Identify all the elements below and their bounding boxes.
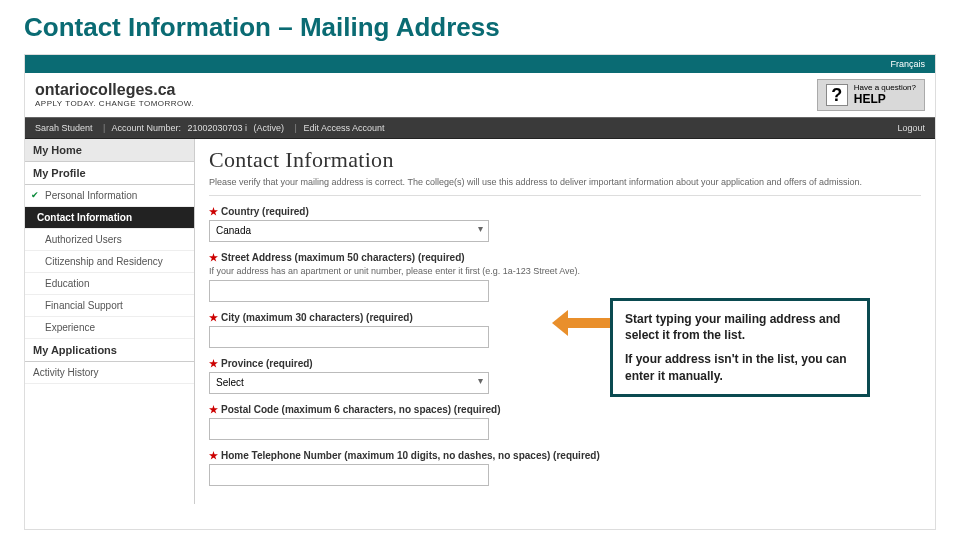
account-num: 21002030703 i bbox=[187, 123, 247, 133]
country-select[interactable] bbox=[209, 220, 489, 242]
sidebar-applications[interactable]: My Applications bbox=[25, 339, 194, 362]
brand-bar: ontariocolleges.ca APPLY TODAY. CHANGE T… bbox=[25, 73, 935, 117]
street-input[interactable] bbox=[209, 280, 489, 302]
sidebar-item-contact[interactable]: Contact Information bbox=[25, 207, 194, 229]
label-phone: Home Telephone Number (maximum 10 digits… bbox=[221, 450, 600, 461]
label-postal: Postal Code (maximum 6 characters, no sp… bbox=[221, 404, 501, 415]
sidebar-item-experience[interactable]: Experience bbox=[25, 317, 194, 339]
sidebar-item-education[interactable]: Education bbox=[25, 273, 194, 295]
sidebar: My Home My Profile Personal Information … bbox=[25, 139, 195, 504]
arrow-icon bbox=[552, 310, 610, 336]
sidebar-item-authorized[interactable]: Authorized Users bbox=[25, 229, 194, 251]
page-heading: Contact Information bbox=[209, 147, 921, 173]
help-big: HELP bbox=[854, 93, 916, 106]
sidebar-item-personal[interactable]: Personal Information bbox=[25, 185, 194, 207]
edit-account-link[interactable]: Edit Access Account bbox=[303, 123, 384, 133]
province-select[interactable] bbox=[209, 372, 489, 394]
help-button[interactable]: ? Have a question? HELP bbox=[817, 79, 925, 111]
sidebar-home[interactable]: My Home bbox=[25, 139, 194, 162]
page-intro: Please verify that your mailing address … bbox=[209, 177, 921, 189]
lang-link[interactable]: Français bbox=[890, 59, 925, 69]
lang-bar: Français bbox=[25, 55, 935, 73]
account-bar: Sarah Student | Account Number: 21002030… bbox=[25, 117, 935, 139]
label-province: Province (required) bbox=[221, 358, 313, 369]
label-country: Country (required) bbox=[221, 206, 309, 217]
phone-input[interactable] bbox=[209, 464, 489, 486]
sidebar-profile[interactable]: My Profile bbox=[25, 162, 194, 185]
logout-link[interactable]: Logout bbox=[897, 123, 925, 133]
account-num-label: Account Number: bbox=[111, 123, 181, 133]
callout-line2: If your address isn't in the list, you c… bbox=[625, 351, 855, 383]
brand-tagline: APPLY TODAY. CHANGE TOMORROW. bbox=[35, 100, 194, 108]
callout-line1: Start typing your mailing address and se… bbox=[625, 311, 855, 343]
sidebar-activity[interactable]: Activity History bbox=[25, 362, 194, 384]
slide-title: Contact Information – Mailing Address bbox=[0, 0, 960, 51]
callout-box: Start typing your mailing address and se… bbox=[610, 298, 870, 397]
app-screenshot: Français ontariocolleges.ca APPLY TODAY.… bbox=[24, 54, 936, 530]
account-user: Sarah Student bbox=[35, 123, 93, 133]
label-street: Street Address (maximum 50 characters) (… bbox=[221, 252, 465, 263]
help-icon: ? bbox=[826, 84, 848, 106]
city-input[interactable] bbox=[209, 326, 489, 348]
postal-input[interactable] bbox=[209, 418, 489, 440]
hint-street: If your address has an apartment or unit… bbox=[209, 266, 921, 276]
sidebar-item-financial[interactable]: Financial Support bbox=[25, 295, 194, 317]
account-status: (Active) bbox=[254, 123, 285, 133]
brand-name: ontariocolleges.ca bbox=[35, 82, 194, 98]
sidebar-item-citizenship[interactable]: Citizenship and Residency bbox=[25, 251, 194, 273]
label-city: City (maximum 30 characters) (required) bbox=[221, 312, 413, 323]
